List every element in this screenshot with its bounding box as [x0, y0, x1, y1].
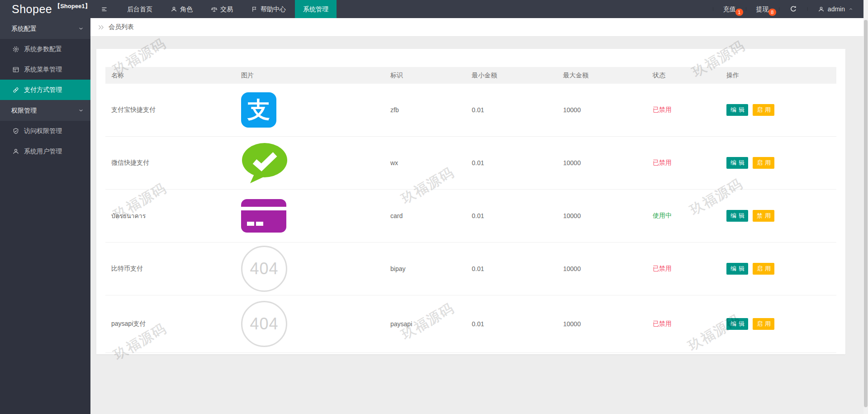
- scales-icon: [211, 6, 218, 13]
- breadcrumb: 会员列表: [90, 18, 863, 37]
- scrollbar-thumb[interactable]: [864, 20, 868, 407]
- scrollbar-track[interactable]: [863, 0, 868, 414]
- recharge-button[interactable]: 充值 1: [713, 7, 746, 11]
- image-not-found-icon: 404: [241, 301, 287, 347]
- wechat-pay-icon: [241, 143, 288, 183]
- sidebar: 系统配置 系统参数配置 系统菜单管理 支付方式管理 权限管理 访问权限管理: [0, 18, 90, 414]
- app-logo[interactable]: Shopee 【Shopee1】: [0, 0, 90, 18]
- status-badge: 已禁用: [653, 320, 672, 327]
- flag-icon: [251, 6, 258, 13]
- edit-button[interactable]: 编辑: [726, 210, 748, 222]
- enable-button[interactable]: 启用: [753, 104, 774, 116]
- alipay-icon: 支: [241, 92, 276, 128]
- max-amount: 10000: [563, 212, 581, 219]
- edit-button[interactable]: 编辑: [726, 104, 748, 116]
- breadcrumb-label: 会员列表: [109, 23, 134, 31]
- min-amount: 0.01: [472, 265, 484, 272]
- image-not-found-icon: 404: [241, 246, 287, 292]
- max-amount: 10000: [563, 159, 581, 167]
- payment-code: bipay: [390, 265, 405, 272]
- table-row: บัตรธนาคาร card 0.01 10000 使用中: [105, 190, 836, 243]
- nav-item-roles[interactable]: 角色: [161, 0, 202, 18]
- table-row: 支付宝快捷支付 支 zfb 0.01 10000 已禁用 编辑 启用: [105, 84, 836, 137]
- edit-button[interactable]: 编辑: [726, 157, 748, 169]
- payment-name: 比特币支付: [111, 265, 143, 272]
- payment-name: 支付宝快捷支付: [111, 106, 156, 113]
- chevron-down-icon: [78, 25, 84, 32]
- min-amount: 0.01: [472, 106, 484, 114]
- caret-up-icon: [848, 6, 854, 12]
- username: admin: [828, 0, 845, 18]
- user-menu[interactable]: admin: [807, 7, 863, 11]
- double-chevron-icon: [97, 24, 105, 31]
- min-amount: 0.01: [472, 159, 484, 167]
- enable-button[interactable]: 启用: [753, 263, 774, 275]
- table-header-row: 名称 图片 标识 最小金额 最大金额 状态 操作: [105, 67, 836, 84]
- hamburger-icon: [101, 6, 108, 13]
- withdraw-button[interactable]: 提现 8: [746, 7, 779, 11]
- column-header-min: 最小金额: [466, 67, 557, 84]
- enable-button[interactable]: 启用: [753, 157, 774, 169]
- table-card: 名称 图片 标识 最小金额 最大金额 状态 操作 支付宝快捷支付 支: [96, 49, 845, 354]
- max-amount: 10000: [563, 320, 581, 328]
- user-icon: [818, 6, 825, 13]
- withdraw-badge: 8: [768, 9, 776, 16]
- sidebar-item-system-params[interactable]: 系统参数配置: [0, 39, 90, 59]
- main-content: 会员列表 名称 图片 标识 最小金额 最大金额 状态 操作: [90, 18, 863, 414]
- recharge-badge: 1: [735, 9, 743, 16]
- column-header-max: 最大金额: [557, 67, 647, 84]
- window-icon: [12, 66, 19, 73]
- max-amount: 10000: [563, 265, 581, 272]
- payment-code: card: [390, 212, 403, 219]
- column-header-code: 标识: [384, 67, 466, 84]
- payment-code: zfb: [390, 106, 399, 114]
- payment-name: บัตรธนาคาร: [111, 212, 146, 219]
- status-badge: 已禁用: [653, 159, 672, 166]
- sidebar-group-system-config[interactable]: 系统配置: [0, 18, 90, 39]
- bank-card-icon: [241, 199, 286, 233]
- status-badge: 已禁用: [653, 265, 672, 272]
- sidebar-item-payment-methods[interactable]: 支付方式管理: [0, 80, 90, 100]
- top-navbar: Shopee 【Shopee1】 后台首页 角色 交易 帮: [0, 0, 863, 18]
- user-icon: [12, 148, 19, 155]
- logo-badge: 【Shopee1】: [54, 2, 90, 10]
- payment-code: wx: [390, 159, 398, 167]
- min-amount: 0.01: [472, 212, 484, 219]
- max-amount: 10000: [563, 106, 581, 114]
- table-row: 比特币支付 404 bipay 0.01 10000 已禁用 编辑 启用: [105, 243, 836, 295]
- payment-name: paysapi支付: [111, 320, 146, 327]
- refresh-icon: [789, 5, 797, 13]
- payment-code: paysapi: [390, 320, 412, 328]
- nav-item-transactions[interactable]: 交易: [202, 0, 242, 18]
- sidebar-item-access-permissions[interactable]: 访问权限管理: [0, 121, 90, 141]
- column-header-actions: 操作: [721, 67, 836, 84]
- table-row: paysapi支付 404 paysapi 0.01 10000 已禁用 编辑 …: [105, 295, 836, 353]
- sidebar-item-system-users[interactable]: 系统用户管理: [0, 141, 90, 162]
- logo-text: Shopee: [12, 0, 52, 18]
- main-nav: 后台首页 角色 交易 帮助中心 系统管理: [90, 0, 337, 18]
- sidebar-group-permissions[interactable]: 权限管理: [0, 100, 90, 121]
- user-icon: [171, 6, 177, 13]
- nav-item-help-center[interactable]: 帮助中心: [242, 0, 295, 18]
- column-header-name: 名称: [105, 67, 235, 84]
- gear-icon: [12, 46, 19, 53]
- chevron-down-icon: [78, 107, 84, 114]
- nav-item-system-management[interactable]: 系统管理: [295, 0, 337, 18]
- column-header-image: 图片: [235, 67, 384, 84]
- shield-check-icon: [12, 128, 19, 135]
- link-icon: [12, 86, 19, 94]
- min-amount: 0.01: [472, 320, 484, 328]
- refresh-button[interactable]: [779, 7, 807, 11]
- sidebar-toggle-button[interactable]: [90, 0, 118, 18]
- payments-table: 名称 图片 标识 最小金额 最大金额 状态 操作 支付宝快捷支付 支: [105, 67, 836, 353]
- edit-button[interactable]: 编辑: [726, 318, 748, 330]
- enable-button[interactable]: 启用: [753, 318, 774, 330]
- sidebar-item-system-menus[interactable]: 系统菜单管理: [0, 59, 90, 80]
- status-badge: 已禁用: [653, 106, 672, 113]
- payment-name: 微信快捷支付: [111, 159, 149, 166]
- navbar-right: 充值 1 提现 8 admin: [713, 7, 863, 11]
- edit-button[interactable]: 编辑: [726, 263, 748, 275]
- status-badge: 使用中: [653, 212, 672, 219]
- disable-button[interactable]: 禁用: [753, 210, 774, 222]
- nav-item-dashboard[interactable]: 后台首页: [118, 0, 161, 18]
